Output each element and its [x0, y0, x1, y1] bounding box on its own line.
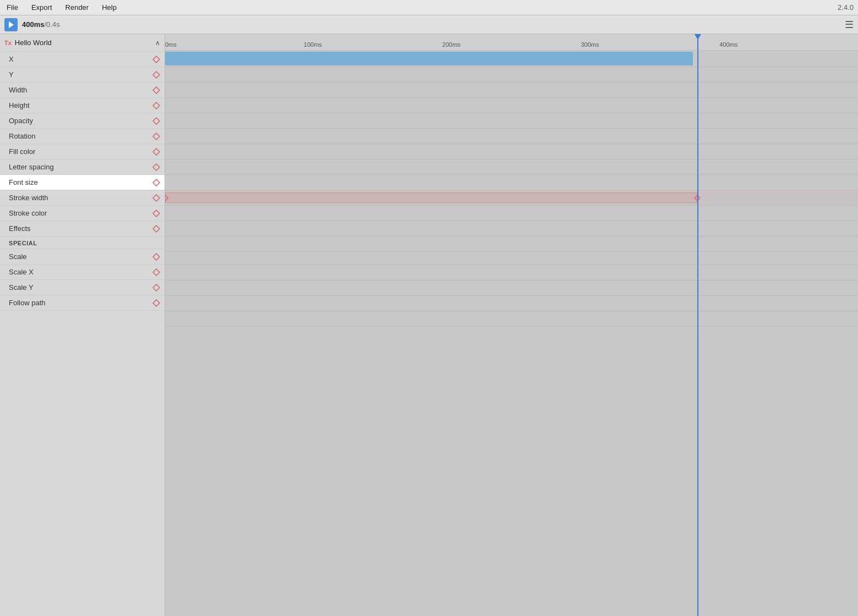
keyframe-diamond-x[interactable]: [152, 56, 160, 63]
menu-icon[interactable]: ☰: [845, 19, 854, 31]
prop-row-stroke-width: Stroke width: [0, 190, 165, 206]
svg-marker-11: [153, 226, 160, 232]
prop-label-x: X: [9, 55, 152, 63]
left-panel: Tx Hello World ∧ X Y Width Height: [0, 34, 165, 616]
timeline-track-opacity: [165, 129, 858, 144]
prop-row-scale-x: Scale X: [0, 265, 165, 280]
timeline-track-rotation: [165, 144, 858, 160]
keyframe-diamond-width[interactable]: [152, 86, 160, 94]
toolbar: 400ms/0.4s ☰: [0, 15, 858, 34]
prop-label-follow-path: Follow path: [9, 299, 152, 307]
keyframe-diamond-y[interactable]: [152, 71, 160, 79]
prop-row-font-size: Font size: [0, 175, 165, 190]
main-layout: Tx Hello World ∧ X Y Width Height: [0, 34, 858, 616]
prop-row-opacity: Opacity: [0, 113, 165, 129]
prop-label-stroke-color: Stroke color: [9, 209, 152, 217]
timeline-track-height: [165, 113, 858, 129]
svg-marker-7: [153, 164, 160, 170]
prop-label-rotation: Rotation: [9, 132, 152, 140]
prop-row-x: X: [0, 52, 165, 67]
svg-marker-13: [153, 269, 160, 276]
ruler-label: 200ms: [442, 41, 461, 48]
svg-marker-4: [153, 118, 160, 124]
version-label: 2.4.0: [838, 3, 854, 12]
prop-row-stroke-color: Stroke color: [0, 206, 165, 221]
timeline-track-font-size: [165, 190, 858, 206]
keyframe-diamond-scale-y[interactable]: [152, 284, 160, 292]
prop-row-letter-spacing: Letter spacing: [0, 160, 165, 175]
keyframe-diamond-opacity[interactable]: [152, 117, 160, 125]
svg-marker-1: [153, 72, 160, 78]
svg-marker-0: [153, 56, 160, 63]
prop-label-scale: Scale: [9, 252, 152, 261]
prop-label-effects: Effects: [9, 224, 152, 233]
keyframe-diamond-scale[interactable]: [152, 253, 160, 261]
total-time: /0.4s: [44, 20, 59, 29]
keyframe-diamond-fill-color[interactable]: [152, 148, 160, 156]
svg-marker-8: [153, 179, 160, 186]
prop-label-stroke-width: Stroke width: [9, 194, 152, 202]
special-section-header: SPECIAL: [0, 237, 165, 249]
timeline-track-width: [165, 98, 858, 113]
timeline-track-effects: [165, 237, 858, 252]
prop-row-fill-color: Fill color: [0, 144, 165, 160]
keyframe-diamond-font-size[interactable]: [152, 179, 160, 186]
menu-file[interactable]: File: [4, 1, 20, 14]
prop-label-scale-x: Scale X: [9, 268, 152, 276]
keyframe-diamond-stroke-color[interactable]: [152, 210, 160, 217]
timeline-track-hello-world: [165, 51, 858, 67]
prop-row-height: Height: [0, 98, 165, 113]
font-size-track[interactable]: [165, 193, 697, 203]
menu-export[interactable]: Export: [29, 1, 54, 14]
keyframe-diamond-height[interactable]: [152, 102, 160, 109]
menubar: File Export Render Help 2.4.0: [0, 0, 858, 15]
prop-label-height: Height: [9, 101, 152, 109]
keyframe-diamond-rotation[interactable]: [152, 133, 160, 140]
prop-row-scale-y: Scale Y: [0, 280, 165, 295]
playhead[interactable]: [697, 34, 698, 616]
text-layer-icon: Tx: [4, 40, 12, 46]
svg-marker-14: [153, 284, 160, 291]
timeline-track-stroke-color: [165, 221, 858, 237]
time-ruler: 0ms100ms200ms300ms400ms500ms: [165, 34, 858, 51]
range-bar[interactable]: [165, 52, 693, 65]
menu-render[interactable]: Render: [63, 1, 91, 14]
menu-help[interactable]: Help: [100, 1, 119, 14]
keyframe-diamond-effects[interactable]: [152, 225, 160, 233]
timeline-track-fill-color: [165, 160, 858, 175]
svg-marker-10: [153, 210, 160, 217]
prop-row-effects: Effects: [0, 221, 165, 237]
prop-label-fill-color: Fill color: [9, 147, 152, 156]
collapse-button[interactable]: ∧: [155, 39, 160, 47]
prop-label-opacity: Opacity: [9, 117, 152, 125]
time-display: 400ms/0.4s: [22, 20, 60, 29]
ruler-label: 0ms: [165, 41, 177, 48]
prop-label-width: Width: [9, 86, 152, 94]
timeline-track-stroke-width: [165, 206, 858, 221]
ruler-label: 400ms: [719, 41, 737, 48]
play-button[interactable]: [4, 18, 18, 31]
svg-marker-6: [153, 148, 160, 155]
layer-row[interactable]: Tx Hello World ∧: [0, 34, 165, 52]
prop-label-y: Y: [9, 70, 152, 79]
prop-label-letter-spacing: Letter spacing: [9, 163, 152, 171]
font-size-keyframe-left[interactable]: [165, 195, 168, 201]
svg-marker-16: [165, 195, 168, 201]
layer-name: Hello World: [15, 38, 155, 47]
svg-marker-3: [153, 102, 160, 109]
keyframe-diamond-stroke-width[interactable]: [152, 194, 160, 202]
timeline-track-scale: [165, 265, 858, 280]
keyframe-diamond-scale-x[interactable]: [152, 268, 160, 276]
svg-marker-2: [153, 87, 160, 94]
timeline-track-letter-spacing: [165, 175, 858, 190]
svg-marker-15: [153, 300, 160, 306]
keyframe-diamond-follow-path[interactable]: [152, 299, 160, 307]
keyframe-diamond-letter-spacing[interactable]: [152, 163, 160, 171]
timeline-area[interactable]: 0ms100ms200ms300ms400ms500ms: [165, 34, 858, 616]
ruler-label: 100ms: [304, 41, 322, 48]
timeline-track-y: [165, 82, 858, 98]
timeline-track-follow-path: [165, 311, 858, 327]
ruler-label: 300ms: [581, 41, 599, 48]
prop-row-scale: Scale: [0, 249, 165, 265]
prop-row-follow-path: Follow path: [0, 295, 165, 311]
